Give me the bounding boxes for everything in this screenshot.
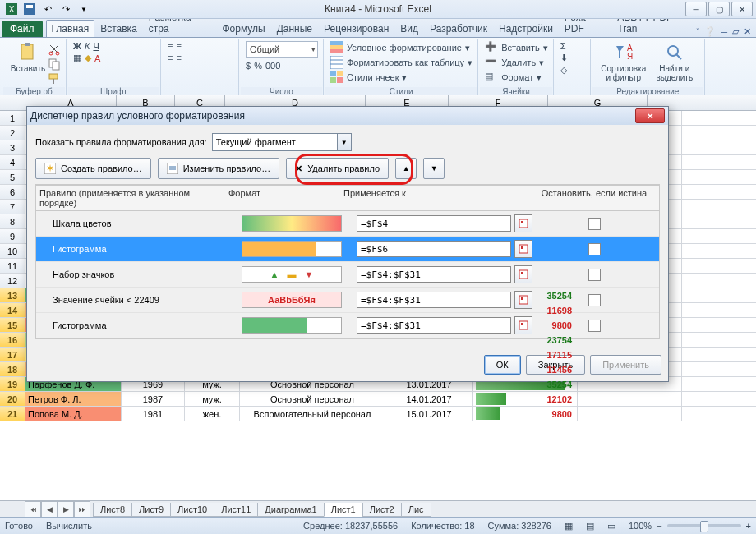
edit-rule-button[interactable]: Изменить правило… [158, 158, 280, 179]
mdi-minimize-icon[interactable]: ─ [721, 27, 727, 37]
align-center-icon[interactable]: ≡ [176, 53, 181, 62]
row-header[interactable]: 9 [0, 229, 25, 243]
cell[interactable]: 14.01.2017 [385, 392, 473, 406]
rule-row[interactable]: Гистограмма=$F$6 [36, 237, 659, 262]
align-mid-icon[interactable]: ≡ [176, 41, 181, 51]
row-header[interactable]: 1 [0, 111, 25, 125]
stop-checkbox[interactable] [588, 269, 601, 281]
cell-styles-button[interactable]: Стили ячеек▾ [330, 71, 472, 84]
cell[interactable]: Петров Ф. Л. [25, 392, 122, 406]
help-icon[interactable]: ❔ [704, 26, 716, 37]
move-down-button[interactable]: ▼ [423, 158, 445, 179]
range-input[interactable]: =$F$4:$F$31 [357, 292, 511, 308]
cell[interactable] [578, 407, 682, 421]
redo-icon[interactable]: ↷ [58, 1, 74, 17]
cell[interactable]: Попова М. Д. [25, 407, 122, 421]
cell[interactable]: 12102 [473, 392, 578, 406]
bold-icon[interactable]: Ж [73, 41, 81, 51]
cell[interactable]: жен. [185, 407, 240, 421]
table-row[interactable]: 20Петров Ф. Л.1987муж.Основной персонал1… [0, 392, 756, 407]
ok-button[interactable]: ОК [484, 355, 521, 375]
view-normal-icon[interactable]: ▦ [565, 521, 573, 532]
delete-cells-button[interactable]: ➖Удалить▾ [485, 56, 548, 69]
range-picker-icon[interactable] [514, 214, 532, 232]
tab-review[interactable]: Рецензирован [318, 20, 394, 37]
sheet-tab[interactable]: Лист9 [131, 503, 171, 517]
number-format-combo[interactable]: Общий [246, 41, 318, 58]
font-color-icon[interactable]: A [94, 53, 100, 63]
row-header[interactable]: 11 [0, 259, 25, 273]
row-header[interactable]: 8 [0, 214, 25, 228]
row-header[interactable]: 3 [0, 140, 25, 154]
format-painter-icon[interactable] [48, 72, 61, 85]
tab-prev-icon[interactable]: ◀ [41, 501, 58, 518]
copy-icon[interactable] [48, 58, 61, 71]
cell[interactable]: Основной персонал [240, 392, 385, 406]
insert-cells-button[interactable]: ➕Вставить▾ [485, 41, 548, 54]
sheet-tab[interactable]: Лист10 [170, 503, 214, 517]
border-icon[interactable]: ▦ [73, 53, 81, 63]
range-picker-icon[interactable] [514, 316, 532, 334]
minimize-ribbon-icon[interactable]: ˇ [697, 27, 700, 37]
rule-row[interactable]: Набор значков▲▬▼=$F$4:$F$31 [36, 262, 659, 288]
save-icon[interactable] [21, 1, 38, 17]
row-header[interactable]: 17 [0, 348, 25, 361]
stop-checkbox[interactable] [588, 320, 601, 332]
qat-dropdown-icon[interactable]: ▼ [76, 1, 92, 17]
cell[interactable] [578, 392, 682, 406]
zoom-control[interactable]: 100% − + [629, 521, 751, 531]
sheet-tab[interactable]: Лист1 [324, 503, 363, 517]
maximize-button[interactable]: ▢ [708, 2, 730, 16]
undo-icon[interactable]: ↶ [39, 1, 56, 17]
new-rule-button[interactable]: ✶ Создать правило… [35, 158, 151, 179]
cell[interactable]: муж. [185, 392, 240, 406]
tab-view[interactable]: Вид [394, 20, 424, 37]
row-header[interactable]: 14 [0, 303, 25, 317]
tab-last-icon[interactable]: ⏭ [74, 501, 90, 518]
row-header[interactable]: 12 [0, 274, 25, 288]
sheet-tab[interactable]: Лист8 [93, 503, 132, 517]
range-input[interactable]: =$F$4 [357, 215, 511, 232]
sheet-tab[interactable]: Диаграмма1 [257, 503, 324, 517]
sheet-tab[interactable]: Лист2 [362, 503, 402, 517]
row-header[interactable]: 4 [0, 155, 25, 169]
move-up-button[interactable]: ▲ [395, 158, 417, 179]
row-header[interactable]: 13 [0, 288, 25, 302]
row-header[interactable]: 7 [0, 200, 25, 214]
percent-icon[interactable]: % [254, 61, 262, 71]
row-header[interactable]: 5 [0, 170, 25, 184]
zoom-out-icon[interactable]: − [657, 521, 662, 531]
clear-icon[interactable]: ◇ [560, 65, 567, 76]
paste-button[interactable]: Вставить [8, 41, 48, 85]
file-tab[interactable]: Файл [2, 21, 43, 37]
view-layout-icon[interactable]: ▤ [586, 521, 594, 532]
tab-addins[interactable]: Надстройки [493, 20, 559, 37]
range-picker-icon[interactable] [514, 265, 532, 283]
dialog-titlebar[interactable]: Диспетчер правил условного форматировани… [27, 107, 668, 125]
range-input[interactable]: =$F$4:$F$31 [357, 266, 511, 283]
row-header[interactable]: 18 [0, 362, 25, 376]
row-header[interactable]: 21 [0, 407, 25, 421]
format-cells-button[interactable]: ▤Формат▾ [485, 71, 548, 84]
sort-filter-button[interactable]: АЯ Сортировка и фильтр [597, 41, 650, 82]
mdi-close-icon[interactable]: ✕ [744, 26, 751, 37]
fill-color-icon[interactable]: ◆ [85, 53, 91, 63]
row-header[interactable]: 20 [0, 392, 25, 406]
find-select-button[interactable]: Найти и выделить [650, 41, 699, 82]
currency-icon[interactable]: $ [246, 61, 251, 71]
apply-button[interactable]: Применить [590, 355, 662, 375]
cell[interactable]: 9800 [473, 407, 578, 421]
range-picker-icon[interactable] [514, 240, 532, 258]
excel-icon[interactable]: X [3, 1, 20, 17]
row-header[interactable]: 10 [0, 244, 25, 258]
tab-first-icon[interactable]: ⏮ [25, 501, 41, 518]
tab-home[interactable]: Главная [46, 20, 95, 37]
row-header[interactable]: 19 [0, 377, 25, 391]
conditional-formatting-button[interactable]: Условное форматирование▾ [330, 41, 472, 54]
underline-icon[interactable]: Ч [93, 41, 99, 51]
zoom-slider[interactable] [667, 524, 741, 527]
stop-checkbox[interactable] [588, 243, 601, 255]
mdi-restore-icon[interactable]: ▱ [732, 26, 739, 37]
fill-icon[interactable]: ⬇ [560, 53, 568, 63]
comma-icon[interactable]: 000 [265, 61, 280, 71]
